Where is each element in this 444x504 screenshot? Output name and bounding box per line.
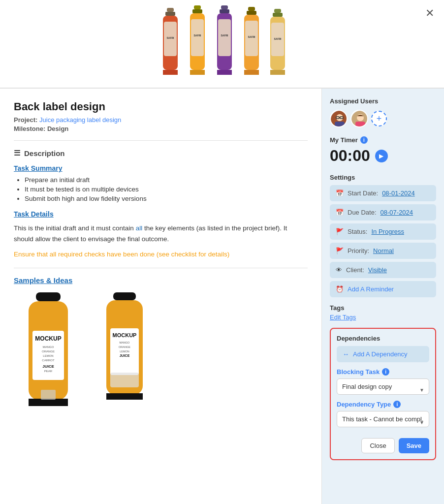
svg-rect-12 [221, 5, 228, 9]
svg-rect-50 [110, 373, 139, 387]
start-date-label: Start Date: [348, 189, 378, 197]
status-label: Status: [348, 228, 367, 235]
dependencies-label: Dependencies [337, 335, 429, 342]
highlight-text: all [136, 224, 143, 232]
svg-rect-5 [163, 70, 178, 75]
add-reminder-button[interactable]: ⏰ Add A Reminder [330, 281, 436, 297]
calendar-icon-start: 📅 [336, 189, 344, 197]
svg-text:SAFRI: SAFRI [167, 36, 175, 39]
svg-text:PEAR: PEAR [44, 370, 53, 373]
svg-rect-18 [248, 7, 255, 11]
blocking-task-select-wrapper: Final design copy [337, 378, 429, 401]
blocking-task-info-icon[interactable]: i [382, 368, 389, 376]
section-divider-2 [14, 268, 308, 268]
bullet-item-2: It must be tested is on multiple devices [25, 186, 308, 193]
left-panel: Back label design Project: Juice packagi… [0, 89, 322, 504]
svg-text:MOCKUP: MOCKUP [35, 335, 61, 342]
status-item[interactable]: 🚩 Status: In Progress [330, 223, 436, 240]
calendar-icon-due: 📅 [336, 209, 344, 216]
svg-text:MANGO: MANGO [43, 346, 54, 348]
due-date-label: Due Date: [348, 209, 377, 216]
description-section-header: ☰ Description [14, 149, 308, 158]
timer-info-icon[interactable]: i [360, 136, 368, 144]
svg-rect-42 [113, 292, 136, 300]
settings-label: Settings [330, 174, 436, 181]
bullet-item-3: Submit both high and low fidelity versio… [25, 195, 308, 202]
svg-rect-29 [270, 70, 285, 75]
samples-ideas-link[interactable]: Samples & Ideas [14, 276, 308, 284]
client-value: Visible [368, 266, 387, 274]
blocking-task-label: Blocking Task i [337, 368, 429, 376]
milestone-label: Milestone: [14, 125, 45, 132]
modal-container: ✕ SAFRI SAFRI [0, 0, 444, 504]
svg-rect-30 [36, 292, 61, 301]
tags-label: Tags [330, 304, 436, 312]
mockup-bottle-2: MOCKUP MANGO ORANGE LEMON JUICE [93, 291, 157, 405]
svg-text:JUICE: JUICE [42, 364, 54, 369]
task-summary-link[interactable]: Task Summary [14, 164, 308, 172]
svg-text:MANGO: MANGO [120, 341, 130, 344]
client-item[interactable]: 👁 Client: Visible [330, 262, 436, 278]
task-milestone-meta: Milestone: Design [14, 125, 308, 132]
svg-rect-23 [244, 70, 259, 75]
dependency-type-info-icon[interactable]: i [393, 401, 401, 408]
svg-text:SAFRI: SAFRI [221, 34, 229, 37]
start-date-item[interactable]: 📅 Start Date: 08-01-2024 [330, 185, 436, 201]
priority-value: Normal [373, 247, 394, 254]
svg-text:ORANGE: ORANGE [119, 346, 130, 348]
dependency-icon: ↔ [343, 350, 349, 358]
svg-rect-41 [41, 390, 56, 400]
my-timer-label: My Timer i [330, 136, 436, 144]
svg-rect-21 [245, 21, 258, 56]
priority-label: Priority: [348, 247, 369, 254]
task-project-meta: Project: Juice packaging label design [14, 116, 308, 124]
task-bullet-list: Prepare an initial draft It must be test… [25, 176, 308, 202]
svg-text:JUICE: JUICE [120, 354, 130, 357]
avatar-1[interactable] [330, 110, 348, 127]
close-dependency-button[interactable]: Close [361, 438, 394, 453]
flag-icon-status: 🚩 [336, 228, 344, 235]
juice-bottles-illustration: SAFRI SAFRI SAFRI [148, 2, 296, 86]
svg-text:MOCKUP: MOCKUP [113, 332, 137, 338]
start-date-value: 08-01-2024 [382, 189, 415, 197]
flag-icon-priority: 🚩 [336, 247, 344, 254]
priority-item[interactable]: 🚩 Priority: Normal [330, 243, 436, 259]
svg-text:ORANGE: ORANGE [42, 350, 55, 353]
svg-text:LEMON: LEMON [43, 354, 53, 357]
avatar-2[interactable] [350, 110, 368, 127]
due-date-item[interactable]: 📅 Due Date: 08-07-2024 [330, 204, 436, 220]
timer-play-button[interactable]: ▶ [375, 150, 388, 162]
svg-rect-54 [335, 122, 345, 127]
svg-rect-25 [273, 13, 283, 17]
add-user-button[interactable]: + [371, 111, 387, 126]
svg-rect-40 [29, 399, 68, 406]
dependency-type-select[interactable]: This task - Cannot be compl... [337, 411, 429, 427]
svg-rect-15 [218, 19, 231, 56]
svg-rect-51 [106, 393, 143, 400]
task-title: Back label design [14, 100, 308, 113]
save-dependency-button[interactable]: Save [399, 438, 429, 453]
blocking-task-select[interactable]: Final design copy [337, 378, 429, 395]
timer-display: 00:00 ▶ [330, 147, 436, 165]
svg-rect-11 [190, 70, 205, 75]
close-button[interactable]: ✕ [425, 7, 434, 20]
task-details-link[interactable]: Task Details [14, 210, 308, 218]
svg-rect-19 [247, 11, 256, 15]
dependency-type-label: Dependency Type i [337, 401, 429, 408]
edit-tags-link[interactable]: Edit Tags [330, 314, 436, 321]
header-image-area: SAFRI SAFRI SAFRI [0, 0, 444, 89]
project-link[interactable]: Juice packaging label design [39, 116, 121, 124]
description-label: Description [24, 149, 65, 158]
dependencies-section: Dependencies ↔ Add A Dependency Blocking… [330, 328, 436, 460]
add-dependency-button[interactable]: ↔ Add A Dependency [337, 346, 429, 362]
section-divider-1 [14, 140, 308, 141]
avatars-row: + [330, 110, 436, 127]
svg-text:SAFRI: SAFRI [248, 35, 256, 38]
alarm-icon: ⏰ [336, 285, 344, 293]
dependency-actions: Close Save [337, 438, 429, 453]
description-icon: ☰ [14, 149, 20, 158]
mockup-bottle-1: MOCKUP MANGO ORANGE LEMON CARROT JUICE P… [14, 291, 83, 410]
svg-rect-1 [165, 12, 175, 16]
task-ensure-text: Ensure that all required checks have bee… [14, 249, 308, 260]
assigned-users-label: Assigned Users [330, 97, 436, 105]
